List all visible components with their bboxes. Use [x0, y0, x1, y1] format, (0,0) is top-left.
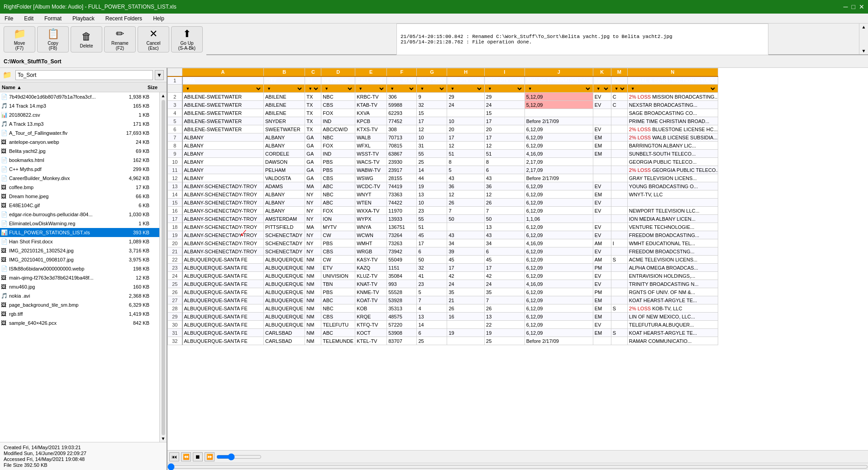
filter-a[interactable]: ▼	[182, 85, 264, 93]
filter-h[interactable]: ▼	[447, 85, 485, 93]
right-panel: A B C D E F G H I J K M N	[167, 68, 868, 470]
corner-header	[168, 68, 182, 76]
file-item[interactable]: 🎵 14 Track 14.mp3 165 KB	[0, 101, 159, 110]
file-item[interactable]: 📄 7b49d2400e1d6b807d97b1a7fcea3cf... 1,9…	[0, 92, 159, 101]
cell-dma: ALBANY	[182, 174, 264, 182]
maximize-button[interactable]: □	[852, 3, 855, 10]
cell-network: NBC	[321, 190, 355, 199]
filter-g[interactable]: ▼	[417, 85, 447, 93]
cell-dma: ALBANY-SCHENECTADY-TROY	[182, 190, 264, 199]
file-name: Dream home.jpeg	[9, 194, 122, 199]
filter-m[interactable]: ▼	[611, 85, 627, 93]
col-C-header: C	[305, 68, 321, 76]
move-button[interactable]: 📁Move(F7)	[4, 26, 35, 52]
file-item[interactable]: 🖼 nmu460.jpg 160 KB	[0, 282, 159, 291]
close-button[interactable]: ✕	[859, 3, 864, 10]
file-item[interactable]: 🎵 nokia .avi 2,368 KB	[0, 291, 159, 300]
file-item[interactable]: 📄 Han Shot First.docx 1,089 KB	[0, 237, 159, 246]
cell-st: NY	[305, 199, 321, 207]
file-item[interactable]: 📄 ISfk88o6bidarw0000000000.webp 198 KB	[0, 264, 159, 273]
h-scroll-input[interactable]	[167, 463, 868, 470]
cell-nl: C	[611, 101, 627, 109]
rename-button[interactable]: ✏Rename(F2)	[104, 26, 136, 52]
file-list: 📄 7b49d2400e1d6b807d97b1a7fcea3cf... 1,9…	[0, 92, 159, 442]
file-item[interactable]: 🖼 Belita yacht2.jpg 69 KB	[0, 147, 159, 156]
menu-recent-folders[interactable]: Recent Folders	[103, 14, 145, 23]
size-column-header[interactable]: Size	[123, 85, 159, 90]
file-name: main-qimg-f2763e3d78b62419ba48f...	[9, 275, 122, 280]
file-item[interactable]: 📄 EliminateLowDiskWarning.reg 1 KB	[0, 219, 159, 228]
cell-facil: 28155	[387, 174, 417, 182]
file-item[interactable]: 🖼 main-qimg-f2763e3d78b62419ba48f... 12 …	[0, 273, 159, 282]
cell-issues: GEORGIA PUBLIC TELECO...	[627, 158, 718, 166]
file-item[interactable]: 🖼 Dream home.jpeg 66 KB	[0, 192, 159, 201]
cell-post: 24	[485, 101, 525, 109]
header-network: NETWORK	[321, 76, 355, 85]
play-button[interactable]: ⏮	[169, 452, 179, 461]
filter-k[interactable]: ▼	[593, 85, 611, 93]
cell-city: SNYDER	[264, 117, 305, 125]
file-item[interactable]: 🖼 IMG_20210401_0908107.jpg 3,975 KB	[0, 255, 159, 264]
file-item[interactable]: 🖼 E48E104C.gif 6 KB	[0, 201, 159, 210]
cell-city: ABILENE	[264, 101, 305, 109]
menu-help[interactable]: Help	[150, 14, 167, 23]
folder-dropdown-button[interactable]: ▼	[155, 70, 164, 80]
table-row: 16 ALBANY-SCHENECTADY-TROY ALBANY NY FOX…	[168, 207, 718, 215]
file-list-scroll-up[interactable]: ▲	[161, 93, 166, 98]
stop-button[interactable]: ⏹	[193, 452, 203, 461]
log-scroll-down[interactable]: ▼	[862, 48, 866, 53]
file-item[interactable]: 🖼 IMG_20210126_1302524.jpg 3,716 KB	[0, 246, 159, 255]
file-item[interactable]: 🖼 rgb.tiff 1,419 KB	[0, 309, 159, 318]
cancel-button[interactable]: ✕Cancel(Esc)	[138, 26, 169, 52]
file-list-scroll-down[interactable]: ▼	[161, 436, 166, 441]
cell-time: EM	[593, 304, 611, 313]
copy-button[interactable]: 📋Copy(F8)	[37, 26, 69, 52]
menu-playback[interactable]: Playback	[70, 14, 97, 23]
delete-button[interactable]: 🗑Delete	[71, 26, 102, 52]
menu-file[interactable]: File	[2, 14, 16, 23]
filter-i[interactable]: ▼	[485, 85, 525, 93]
log-scroll-up[interactable]: ▲	[862, 24, 866, 29]
file-item[interactable]: 📄 C++ Myths.pdf 299 KB	[0, 165, 159, 174]
filter-f[interactable]: ▼	[387, 85, 417, 93]
file-item[interactable]: 📄 edgar-rice-burroughs-pellucidar-804...…	[0, 210, 159, 219]
horizontal-scrollbar[interactable]	[167, 463, 868, 470]
go-up-button[interactable]: ⬆Go Up(S-A-Bk)	[171, 26, 203, 52]
file-item[interactable]: 🖼 antelope-canyon.webp 24 KB	[0, 138, 159, 147]
cell-callsign: KLUZ-TV	[355, 272, 387, 280]
file-item[interactable]: 🖼 coffee.bmp 17 KB	[0, 183, 159, 192]
cell-issues: WNYT-TV, LLC	[627, 190, 718, 199]
cell-pre: 7	[447, 207, 485, 215]
prev-button[interactable]: ⏪	[181, 452, 191, 461]
cell-term: 6,12,09	[525, 256, 593, 264]
file-item[interactable]: 🎵 A Track 13.mp3 171 KB	[0, 119, 159, 128]
cell-time: EM	[593, 150, 611, 158]
file-item[interactable]: 🖼 sample_640×426.pcx 842 KB	[0, 318, 159, 328]
minimize-button[interactable]: ─	[844, 3, 848, 10]
file-item[interactable]: 📊 FULL_POWER_STATIONS_LIST.xls 393 KB	[0, 228, 159, 237]
menu-edit[interactable]: Edit	[21, 14, 36, 23]
filter-n[interactable]: ▼	[627, 85, 718, 93]
cell-anlg: 7	[417, 296, 447, 304]
progress-slider[interactable]	[216, 453, 262, 461]
cell-facil: 74419	[387, 182, 417, 190]
cell-dma: ALBUQUERQUE-SANTA FE	[182, 337, 264, 345]
filter-d[interactable]: ▼	[321, 85, 355, 93]
folder-name-input[interactable]	[15, 70, 153, 80]
spreadsheet-container[interactable]: A B C D E F G H I J K M N	[167, 68, 868, 450]
filter-b[interactable]: ▼	[264, 85, 305, 93]
filter-c[interactable]: ▼	[305, 85, 321, 93]
toolbar: 📁Move(F7)📋Copy(F8)🗑Delete✏Rename(F2)✕Can…	[0, 24, 206, 55]
name-column-header[interactable]: Name ▲	[0, 85, 123, 90]
cell-callsign: WCDC-TV	[355, 182, 387, 190]
file-item[interactable]: 🖼 page_background_tile_sm.bmp 6,329 KB	[0, 300, 159, 309]
file-item[interactable]: 📄 CareerBuilder_Monkey.divx 4,962 KB	[0, 174, 159, 183]
file-item[interactable]: 📊 20180822.csv 1 KB	[0, 110, 159, 119]
next-button[interactable]: ⏩	[205, 452, 215, 461]
file-item[interactable]: 📄 bookmarks.html 162 KB	[0, 156, 159, 165]
menu-format[interactable]: Format	[42, 14, 64, 23]
file-item[interactable]: 📄 A_Tour_of_Fallingwater.flv 17,693 KB	[0, 128, 159, 138]
filter-e[interactable]: ▼	[355, 85, 387, 93]
cell-facil: 73264	[387, 231, 417, 239]
filter-j[interactable]: ▼	[525, 85, 593, 93]
